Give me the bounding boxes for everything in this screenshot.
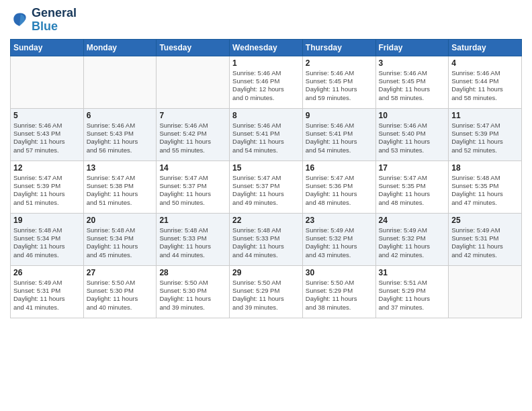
- calendar-day-25: 25Sunrise: 5:49 AM Sunset: 5:31 PM Dayli…: [449, 213, 522, 265]
- day-info: Sunrise: 5:50 AM Sunset: 5:30 PM Dayligh…: [87, 279, 154, 312]
- day-number: 10: [379, 111, 446, 120]
- weekday-header-wednesday: Wednesday: [230, 39, 303, 56]
- page-container: General Blue SundayMondayTuesdayWednesda…: [0, 0, 532, 411]
- day-info: Sunrise: 5:47 AM Sunset: 5:38 PM Dayligh…: [87, 174, 154, 207]
- day-number: 5: [13, 111, 81, 120]
- day-number: 24: [379, 216, 446, 225]
- calendar-day-27: 27Sunrise: 5:50 AM Sunset: 5:30 PM Dayli…: [83, 265, 157, 318]
- day-info: Sunrise: 5:49 AM Sunset: 5:32 PM Dayligh…: [379, 226, 446, 259]
- calendar-day-26: 26Sunrise: 5:49 AM Sunset: 5:31 PM Dayli…: [11, 265, 84, 318]
- day-info: Sunrise: 5:47 AM Sunset: 5:39 PM Dayligh…: [13, 174, 81, 207]
- calendar-empty-cell: [157, 56, 230, 108]
- day-info: Sunrise: 5:49 AM Sunset: 5:31 PM Dayligh…: [451, 226, 519, 259]
- calendar-day-31: 31Sunrise: 5:51 AM Sunset: 5:29 PM Dayli…: [375, 265, 449, 318]
- day-info: Sunrise: 5:46 AM Sunset: 5:45 PM Dayligh…: [379, 69, 446, 102]
- calendar-day-13: 13Sunrise: 5:47 AM Sunset: 5:38 PM Dayli…: [83, 161, 157, 213]
- weekday-header-sunday: Sunday: [11, 39, 84, 56]
- day-info: Sunrise: 5:49 AM Sunset: 5:32 PM Dayligh…: [306, 226, 373, 259]
- day-number: 14: [159, 163, 226, 173]
- calendar-day-28: 28Sunrise: 5:50 AM Sunset: 5:30 PM Dayli…: [157, 265, 230, 318]
- day-info: Sunrise: 5:48 AM Sunset: 5:33 PM Dayligh…: [159, 226, 226, 259]
- day-number: 7: [159, 111, 226, 120]
- weekday-header-friday: Friday: [375, 39, 449, 56]
- day-number: 30: [306, 268, 373, 277]
- day-info: Sunrise: 5:47 AM Sunset: 5:37 PM Dayligh…: [159, 174, 226, 207]
- day-info: Sunrise: 5:48 AM Sunset: 5:33 PM Dayligh…: [232, 226, 300, 259]
- day-number: 28: [159, 268, 226, 277]
- logo-icon: [10, 11, 29, 30]
- day-number: 18: [451, 163, 519, 173]
- day-info: Sunrise: 5:46 AM Sunset: 5:41 PM Dayligh…: [232, 122, 300, 154]
- calendar-week-row: 26Sunrise: 5:49 AM Sunset: 5:31 PM Dayli…: [11, 265, 522, 318]
- calendar-day-23: 23Sunrise: 5:49 AM Sunset: 5:32 PM Dayli…: [302, 213, 375, 265]
- day-info: Sunrise: 5:51 AM Sunset: 5:29 PM Dayligh…: [379, 279, 446, 312]
- day-info: Sunrise: 5:46 AM Sunset: 5:45 PM Dayligh…: [306, 69, 373, 102]
- logo-text: General Blue: [32, 7, 77, 34]
- day-number: 15: [232, 163, 300, 173]
- day-info: Sunrise: 5:46 AM Sunset: 5:44 PM Dayligh…: [451, 69, 519, 102]
- calendar-day-9: 9Sunrise: 5:46 AM Sunset: 5:41 PM Daylig…: [302, 108, 375, 161]
- day-number: 22: [232, 216, 300, 225]
- weekday-header-row: SundayMondayTuesdayWednesdayThursdayFrid…: [11, 39, 522, 56]
- calendar-week-row: 1Sunrise: 5:46 AM Sunset: 5:46 PM Daylig…: [11, 56, 522, 108]
- weekday-header-monday: Monday: [83, 39, 157, 56]
- day-number: 11: [451, 111, 519, 120]
- calendar-day-14: 14Sunrise: 5:47 AM Sunset: 5:37 PM Dayli…: [157, 161, 230, 213]
- calendar-day-12: 12Sunrise: 5:47 AM Sunset: 5:39 PM Dayli…: [11, 161, 84, 213]
- day-info: Sunrise: 5:46 AM Sunset: 5:42 PM Dayligh…: [159, 122, 226, 154]
- day-number: 26: [13, 268, 81, 277]
- day-number: 16: [306, 163, 373, 173]
- calendar-day-11: 11Sunrise: 5:47 AM Sunset: 5:39 PM Dayli…: [449, 108, 522, 161]
- day-info: Sunrise: 5:46 AM Sunset: 5:40 PM Dayligh…: [379, 122, 446, 154]
- header: General Blue: [10, 7, 522, 34]
- day-number: 13: [87, 163, 154, 173]
- weekday-header-saturday: Saturday: [449, 39, 522, 56]
- day-info: Sunrise: 5:48 AM Sunset: 5:34 PM Dayligh…: [87, 226, 154, 259]
- day-number: 17: [379, 163, 446, 173]
- calendar-week-row: 19Sunrise: 5:48 AM Sunset: 5:34 PM Dayli…: [11, 213, 522, 265]
- calendar-day-1: 1Sunrise: 5:46 AM Sunset: 5:46 PM Daylig…: [230, 56, 303, 108]
- calendar-week-row: 12Sunrise: 5:47 AM Sunset: 5:39 PM Dayli…: [11, 161, 522, 213]
- day-number: 29: [232, 268, 300, 277]
- day-info: Sunrise: 5:47 AM Sunset: 5:36 PM Dayligh…: [306, 174, 373, 207]
- calendar-day-22: 22Sunrise: 5:48 AM Sunset: 5:33 PM Dayli…: [230, 213, 303, 265]
- calendar-day-17: 17Sunrise: 5:47 AM Sunset: 5:35 PM Dayli…: [375, 161, 449, 213]
- calendar-empty-cell: [83, 56, 157, 108]
- day-info: Sunrise: 5:50 AM Sunset: 5:30 PM Dayligh…: [159, 279, 226, 312]
- calendar-day-6: 6Sunrise: 5:46 AM Sunset: 5:43 PM Daylig…: [83, 108, 157, 161]
- day-number: 12: [13, 163, 81, 173]
- day-number: 25: [451, 216, 519, 225]
- day-info: Sunrise: 5:46 AM Sunset: 5:41 PM Dayligh…: [306, 122, 373, 154]
- calendar-day-10: 10Sunrise: 5:46 AM Sunset: 5:40 PM Dayli…: [375, 108, 449, 161]
- day-info: Sunrise: 5:48 AM Sunset: 5:34 PM Dayligh…: [13, 226, 81, 259]
- day-number: 27: [87, 268, 154, 277]
- day-number: 23: [306, 216, 373, 225]
- day-info: Sunrise: 5:49 AM Sunset: 5:31 PM Dayligh…: [13, 279, 81, 312]
- calendar-table: SundayMondayTuesdayWednesdayThursdayFrid…: [10, 39, 522, 318]
- day-number: 31: [379, 268, 446, 277]
- calendar-day-24: 24Sunrise: 5:49 AM Sunset: 5:32 PM Dayli…: [375, 213, 449, 265]
- day-number: 1: [232, 58, 300, 68]
- day-info: Sunrise: 5:50 AM Sunset: 5:29 PM Dayligh…: [232, 279, 300, 312]
- day-info: Sunrise: 5:47 AM Sunset: 5:35 PM Dayligh…: [379, 174, 446, 207]
- day-info: Sunrise: 5:47 AM Sunset: 5:37 PM Dayligh…: [232, 174, 300, 207]
- calendar-day-3: 3Sunrise: 5:46 AM Sunset: 5:45 PM Daylig…: [375, 56, 449, 108]
- calendar-day-7: 7Sunrise: 5:46 AM Sunset: 5:42 PM Daylig…: [157, 108, 230, 161]
- calendar-day-20: 20Sunrise: 5:48 AM Sunset: 5:34 PM Dayli…: [83, 213, 157, 265]
- calendar-day-16: 16Sunrise: 5:47 AM Sunset: 5:36 PM Dayli…: [302, 161, 375, 213]
- day-number: 6: [87, 111, 154, 120]
- calendar-day-5: 5Sunrise: 5:46 AM Sunset: 5:43 PM Daylig…: [11, 108, 84, 161]
- day-number: 8: [232, 111, 300, 120]
- day-info: Sunrise: 5:46 AM Sunset: 5:43 PM Dayligh…: [87, 122, 154, 154]
- weekday-header-thursday: Thursday: [302, 39, 375, 56]
- day-number: 21: [159, 216, 226, 225]
- day-number: 20: [87, 216, 154, 225]
- calendar-day-8: 8Sunrise: 5:46 AM Sunset: 5:41 PM Daylig…: [230, 108, 303, 161]
- day-number: 2: [306, 58, 373, 68]
- day-number: 9: [306, 111, 373, 120]
- day-info: Sunrise: 5:48 AM Sunset: 5:35 PM Dayligh…: [451, 174, 519, 207]
- calendar-week-row: 5Sunrise: 5:46 AM Sunset: 5:43 PM Daylig…: [11, 108, 522, 161]
- calendar-day-2: 2Sunrise: 5:46 AM Sunset: 5:45 PM Daylig…: [302, 56, 375, 108]
- day-info: Sunrise: 5:46 AM Sunset: 5:43 PM Dayligh…: [13, 122, 81, 154]
- logo: General Blue: [10, 7, 77, 34]
